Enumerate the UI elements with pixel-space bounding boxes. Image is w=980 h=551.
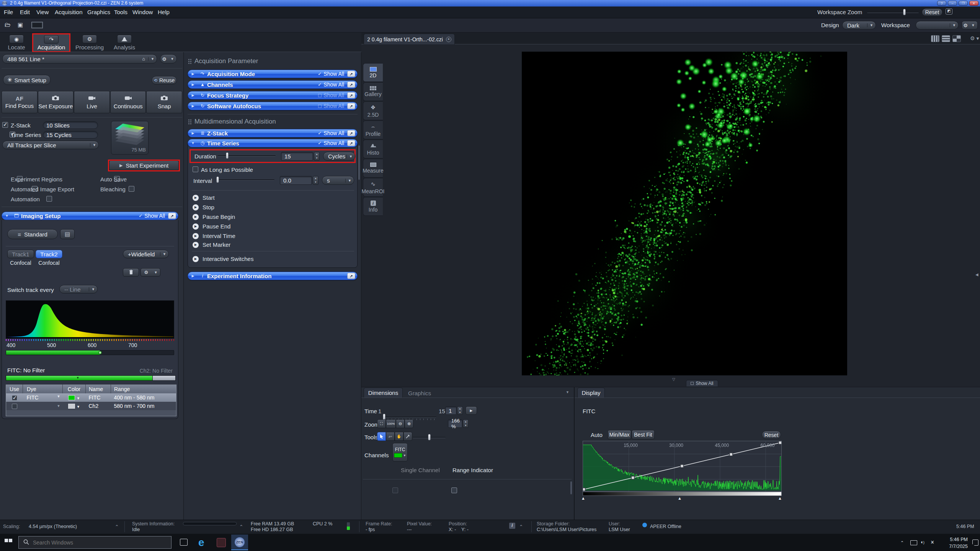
tab-analysis[interactable]: Analysis [109, 34, 140, 52]
tab-dimensions[interactable]: Dimensions [364, 388, 403, 398]
view-settings-gear-icon[interactable]: ⚙ ▾ [970, 35, 979, 41]
section-channels[interactable]: ▶▲ Channels ✓Show All ↗ [188, 80, 358, 89]
display-histogram[interactable]: 15,000 30,000 45,000 60,000 [583, 441, 782, 492]
menu-tools[interactable]: Tools [114, 9, 127, 15]
tray-network-icon[interactable]: ⩙ [931, 539, 934, 545]
view-tab-histo[interactable]: Histo [363, 140, 383, 158]
taskbar-search[interactable] [18, 536, 172, 549]
detection-range-bar[interactable] [6, 350, 174, 355]
track2-button[interactable]: Track2 [36, 250, 62, 258]
section-time-series[interactable]: ▼◷ Time Series ✓Show All ↗ [188, 139, 358, 147]
popout-icon[interactable]: ↗ [347, 103, 355, 109]
section-acquisition-mode[interactable]: ▶↷ Acquisition Mode ✓Show All ↗ [188, 70, 358, 78]
track1-button[interactable]: Track1 [7, 250, 34, 258]
popout-icon[interactable]: ↗ [168, 213, 176, 219]
workspace-dropdown[interactable]: ▼ [916, 21, 959, 29]
chevron-down-icon[interactable]: ▼ [57, 404, 60, 408]
zstack-slices-field[interactable]: 10 Slices [43, 121, 98, 129]
image-show-all-tab[interactable]: Show All [686, 380, 718, 386]
collapse-up-icon[interactable]: ⌃ [115, 524, 119, 530]
show-all-toggle[interactable]: Show All [318, 92, 344, 98]
find-focus-button[interactable]: AF Find Focus [2, 91, 38, 113]
tray-display-icon[interactable] [910, 540, 917, 545]
zoom-value-field[interactable]: 166 % [448, 419, 462, 428]
chevron-down-icon[interactable]: ▼ [57, 395, 60, 398]
section-software-autofocus[interactable]: ▶↻ Software Autofocus Show All ↗ [188, 102, 358, 110]
channel-color-swatch[interactable] [394, 453, 402, 458]
popout-icon[interactable]: ↗ [347, 130, 355, 136]
view-tab-profile[interactable]: ⌢Profile [363, 121, 383, 139]
chevron-down-icon[interactable]: ▼ [403, 454, 406, 457]
drag-handle-icon[interactable] [188, 59, 191, 64]
interval-slider[interactable] [216, 176, 274, 183]
show-mode-button[interactable]: ▤ [60, 229, 75, 239]
action-pause-begin[interactable]: ▶Pause Begin [193, 214, 235, 220]
expand-icon[interactable]: ▶ [188, 274, 198, 278]
action-start[interactable]: ▶Start [193, 194, 215, 201]
expand-icon[interactable]: ▶ [188, 72, 198, 76]
show-all-toggle[interactable]: ✓Show All [318, 71, 344, 77]
interactive-switches[interactable]: ▶Interactive Switches [193, 256, 253, 262]
tab-graphics[interactable]: Graphics [403, 389, 436, 398]
popout-icon[interactable]: ↗ [347, 273, 355, 279]
zoom-spinner[interactable]: ▲▼ [463, 419, 469, 428]
color-swatch[interactable] [68, 395, 75, 400]
action-set-marker[interactable]: ▶Set Marker [193, 241, 230, 248]
task-view-icon[interactable] [180, 539, 188, 546]
popout-icon[interactable]: ↗ [347, 82, 355, 88]
tab-acquisition[interactable]: ↷ Acquisition [32, 33, 70, 52]
imaging-setup-header[interactable]: ▼ 🗔 Imaging Setup ✓Show All ↗ [2, 212, 178, 220]
collapse-up-icon[interactable]: ⌃ [519, 524, 523, 530]
microscopy-image[interactable] [522, 52, 847, 375]
time-series-cycles-field[interactable]: 15 Cycles [43, 131, 98, 139]
dimensions-scrollbar[interactable] [570, 481, 572, 494]
menu-acquisition[interactable]: Acquisition [55, 9, 83, 15]
chevron-down-icon[interactable]: ▼ [77, 405, 80, 409]
collapse-up-icon[interactable]: ⌃ [239, 524, 243, 530]
automation-checkbox[interactable] [46, 196, 52, 202]
info-icon[interactable]: i [509, 523, 515, 529]
action-center-icon[interactable] [972, 540, 978, 546]
use-checkbox[interactable] [12, 404, 17, 409]
tray-volume-icon[interactable]: ◖) [920, 539, 924, 545]
taskbar-clock[interactable]: 5:46 PM 7/7/2025 [942, 536, 968, 550]
menu-help[interactable]: Help [158, 9, 170, 15]
tab-processing[interactable]: ⚙ Processing [72, 34, 107, 52]
delete-track-button[interactable] [123, 268, 139, 277]
layout-grid-icon[interactable] [931, 35, 939, 42]
expand-icon[interactable]: ▶ [188, 131, 198, 135]
section-focus-strategy[interactable]: ▶↻ Focus Strategy Show All ↗ [188, 91, 358, 99]
menu-view[interactable]: View [36, 9, 49, 15]
action-pause-end[interactable]: ▶Pause End [193, 223, 230, 230]
layout-quad-icon[interactable] [952, 35, 961, 42]
drag-handle-icon[interactable] [188, 119, 191, 124]
snap-button[interactable]: Snap [146, 91, 182, 113]
layout-rows-icon[interactable] [942, 35, 950, 42]
pan-tool-button[interactable]: ✋ [395, 432, 403, 441]
workspace-settings-dropdown[interactable]: ⚙▼ [962, 21, 978, 29]
filter-handle-icon[interactable]: ▼ [76, 376, 79, 380]
close-icon[interactable]: ✕ [446, 37, 451, 42]
menu-window[interactable]: Window [132, 9, 153, 15]
chevron-down-icon[interactable]: ▼ [77, 396, 80, 400]
view-tab-25d[interactable]: ❖2.5D [363, 101, 383, 120]
minimize-button[interactable]: – [948, 1, 957, 6]
interval-field[interactable]: 0.0 [280, 176, 312, 185]
reuse-button[interactable]: ⟲Reuse [152, 76, 177, 85]
tray-expand-icon[interactable]: ⌃ [900, 540, 904, 545]
expand-icon[interactable]: ▶ [188, 93, 198, 97]
bleaching-checkbox[interactable] [129, 186, 134, 192]
show-all-toggle[interactable]: ✓Show All [318, 82, 344, 88]
color-swatch[interactable] [68, 404, 75, 409]
section-experiment-information[interactable]: ▶ i Experiment Information ↗ [188, 272, 358, 280]
menu-file[interactable]: File [4, 9, 13, 15]
popout-icon[interactable]: ↗ [347, 140, 355, 146]
interval-spinner[interactable]: ▲▼ [313, 176, 318, 185]
collapse-icon[interactable]: ▼ [188, 141, 198, 145]
show-all-toggle[interactable]: ✓Show All [318, 130, 344, 136]
collapse-chevron-icon[interactable]: ▽ [672, 377, 675, 381]
white-point-handle[interactable]: ▲ [778, 496, 782, 500]
search-input[interactable] [33, 540, 148, 546]
zoom-in-icon[interactable]: ⊕ [405, 419, 413, 428]
popout-icon[interactable]: ↗ [347, 92, 355, 98]
